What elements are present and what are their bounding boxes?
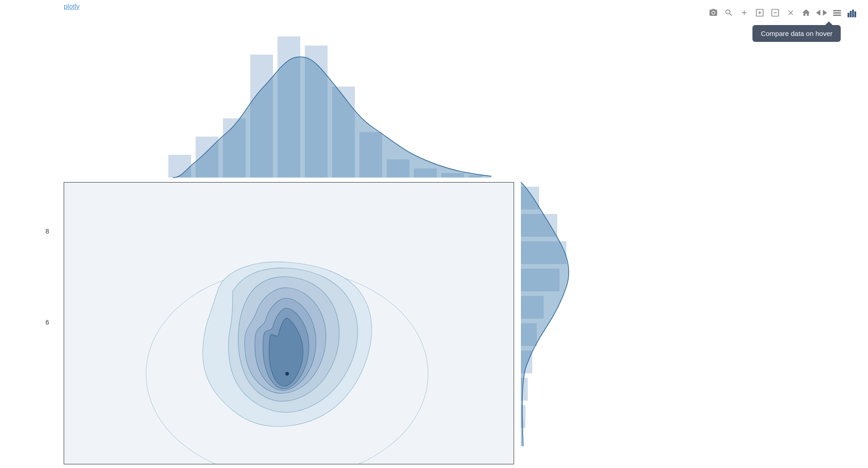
y-axis-label-8: 8	[45, 228, 49, 235]
main-plot	[64, 182, 514, 464]
zoom-out-box-icon[interactable]	[769, 6, 782, 19]
toolbar	[707, 6, 859, 19]
select-icon[interactable]	[831, 6, 843, 19]
autoscale-icon[interactable]	[784, 6, 797, 19]
reset-axes-icon[interactable]	[800, 6, 812, 19]
svg-rect-8	[833, 10, 841, 11]
zoom-in-icon[interactable]	[738, 6, 751, 19]
y-axis-label-6: 6	[45, 319, 49, 326]
svg-rect-9	[833, 12, 841, 14]
svg-point-28	[285, 372, 289, 376]
svg-rect-10	[833, 15, 841, 16]
svg-rect-11	[848, 13, 849, 17]
svg-marker-6	[816, 10, 820, 15]
top-link[interactable]: plotly	[64, 2, 80, 10]
top-histogram	[64, 27, 514, 191]
camera-icon[interactable]	[707, 6, 720, 19]
zoom-in-box-icon[interactable]	[753, 6, 766, 19]
svg-rect-12	[850, 11, 852, 17]
svg-rect-14	[854, 11, 856, 17]
svg-rect-13	[852, 10, 854, 17]
svg-marker-7	[823, 10, 827, 15]
compare-data-icon[interactable]	[846, 6, 859, 19]
right-histogram	[521, 182, 612, 464]
pan-icon[interactable]	[815, 6, 828, 19]
svg-point-0	[712, 11, 714, 14]
chart-container: plotly	[0, 0, 868, 468]
zoom-icon[interactable]	[722, 6, 735, 19]
compare-data-tooltip: Compare data on hover	[752, 25, 841, 42]
